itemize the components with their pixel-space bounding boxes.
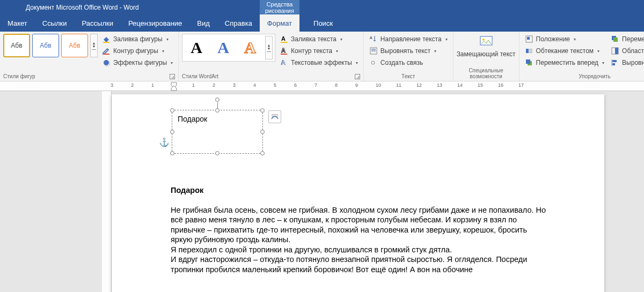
- resize-handle-w[interactable]: [170, 130, 174, 134]
- document-page[interactable]: ⚓ Подарок Подарок Не грибная была осень,…: [112, 94, 604, 292]
- svg-rect-26: [613, 38, 618, 42]
- chevron-down-icon: ▾: [166, 37, 169, 42]
- tab-mailings[interactable]: Рассылки: [75, 14, 121, 32]
- ribbon-tabs: Макет Ссылки Рассылки Рецензирование Вид…: [0, 14, 644, 32]
- shape-style-2[interactable]: Абв: [32, 34, 59, 57]
- shape-styles-more[interactable]: ▴▾: [90, 34, 98, 57]
- bring-forward-button[interactable]: Переместить вперед▾: [523, 57, 606, 68]
- tab-view[interactable]: Вид: [189, 14, 217, 32]
- group-text: A Направление текста▾ Выровнять текст▾ С…: [364, 32, 453, 81]
- shape-style-3[interactable]: Абв: [61, 34, 88, 57]
- selection-pane-button[interactable]: Область выде: [609, 46, 644, 56]
- layout-options-icon: [270, 113, 279, 121]
- align-text-icon: [369, 47, 378, 55]
- svg-text:A: A: [281, 35, 286, 42]
- svg-rect-8: [281, 54, 287, 55]
- dialog-launcher-shape-styles[interactable]: [170, 74, 175, 79]
- text-effects-button[interactable]: AA Текстовые эффекты▾: [277, 57, 360, 68]
- window-title: Документ Microsoft Office Word - Word: [26, 4, 139, 11]
- text-direction-button[interactable]: A Направление текста▾: [367, 34, 450, 44]
- group-label-wordart: Стили WordArt: [182, 73, 218, 79]
- tab-help[interactable]: Справка: [217, 14, 260, 32]
- alt-text-button[interactable]: Замещающий текст: [457, 34, 516, 58]
- align-objects-button[interactable]: Выровнять▾: [609, 57, 644, 68]
- document-body[interactable]: Подарок Не грибная была осень, совсем не…: [171, 185, 546, 274]
- text-direction-icon: A: [369, 35, 378, 43]
- send-backward-button[interactable]: Переместить: [609, 34, 644, 44]
- chevron-down-icon: ▾: [434, 49, 436, 54]
- group-arrange: Положение▾ Обтекание текстом▾ Переместит…: [519, 32, 644, 81]
- svg-rect-31: [612, 63, 615, 65]
- resize-handle-n[interactable]: [215, 108, 219, 113]
- tab-format[interactable]: Средства рисования Формат: [260, 14, 299, 32]
- shape-effects-button[interactable]: Эффекты фигуры▾: [100, 57, 175, 68]
- shape-style-1[interactable]: Абв: [3, 34, 30, 57]
- wordart-more[interactable]: ▴▾: [265, 36, 273, 59]
- svg-point-16: [482, 39, 485, 41]
- bring-forward-icon: [525, 58, 533, 67]
- dialog-launcher-wordart[interactable]: [355, 74, 360, 79]
- svg-text:A: A: [282, 59, 287, 67]
- doc-paragraph-2[interactable]: Я переходил с одной тропинки на другую, …: [171, 245, 546, 255]
- tab-layout[interactable]: Макет: [0, 14, 35, 32]
- svg-rect-30: [612, 60, 617, 62]
- doc-paragraph-3[interactable]: И вдруг насторожился – откуда-то потянул…: [171, 254, 546, 274]
- text-outline-icon: A: [280, 47, 288, 55]
- wrap-text-button[interactable]: Обтекание текстом▾: [523, 46, 606, 56]
- group-accessibility: Замещающий текст Специальные возможности: [453, 32, 519, 81]
- title-bar: Документ Microsoft Office Word - Word: [0, 0, 644, 14]
- paint-bucket-icon: [102, 35, 111, 43]
- chevron-down-icon: ▾: [574, 37, 576, 42]
- svg-rect-24: [526, 59, 530, 64]
- text-box-content[interactable]: Подарок: [172, 110, 262, 128]
- group-label-arrange: Упорядочить: [523, 72, 644, 81]
- svg-rect-1: [103, 42, 109, 43]
- position-icon: [525, 35, 533, 43]
- horizontal-ruler[interactable]: [0, 81, 644, 91]
- document-canvas[interactable]: ⚓ Подарок Подарок Не грибная была осень,…: [0, 81, 644, 292]
- position-button[interactable]: Положение▾: [523, 34, 606, 44]
- ribbon: Абв Абв Абв ▴▾ Заливка фигуры▾ Контур фи…: [0, 32, 644, 81]
- hanging-indent-marker[interactable]: [171, 86, 177, 91]
- svg-rect-28: [615, 48, 618, 54]
- anchor-icon[interactable]: ⚓: [159, 137, 170, 147]
- layout-options-button[interactable]: [268, 110, 281, 123]
- resize-handle-e[interactable]: [260, 130, 265, 134]
- tab-review[interactable]: Рецензирование: [121, 14, 189, 32]
- rotate-handle[interactable]: [215, 98, 219, 102]
- text-outline-button[interactable]: A Контур текста▾: [277, 46, 360, 56]
- chevron-down-icon: ▾: [340, 37, 342, 42]
- align-objects-icon: [611, 58, 619, 67]
- chevron-down-icon: ▾: [171, 61, 173, 65]
- chevron-down-icon: ▾: [597, 49, 599, 54]
- link-icon: [369, 58, 378, 67]
- group-label-text: Текст: [367, 72, 450, 81]
- wordart-gallery[interactable]: A A A ▴▾: [182, 34, 275, 62]
- chevron-down-icon: ▾: [445, 37, 448, 42]
- doc-heading[interactable]: Подарок: [171, 185, 546, 196]
- chevron-down-icon: ▾: [602, 61, 604, 65]
- doc-paragraph-1[interactable]: Не грибная была осень, совсем не грибная…: [171, 205, 546, 245]
- selection-pane-icon: [611, 47, 619, 55]
- text-box[interactable]: Подарок: [172, 110, 263, 154]
- tell-me-search[interactable]: Поиск: [303, 14, 340, 32]
- shape-fill-button[interactable]: Заливка фигуры▾: [100, 34, 175, 44]
- text-fill-button[interactable]: A Заливка текста▾: [277, 34, 360, 44]
- align-text-button[interactable]: Выровнять текст▾: [367, 46, 450, 56]
- resize-handle-nw[interactable]: [170, 108, 174, 113]
- create-link-button[interactable]: Создать связь: [367, 57, 450, 68]
- resize-handle-sw[interactable]: [170, 151, 174, 155]
- resize-handle-se[interactable]: [260, 151, 265, 155]
- chevron-down-icon: ▾: [162, 49, 164, 54]
- resize-handle-ne[interactable]: [260, 108, 265, 113]
- contextual-tab-label: Средства рисования: [260, 0, 299, 14]
- vertical-ruler[interactable]: [102, 91, 112, 292]
- text-fill-icon: A: [280, 35, 288, 43]
- shape-outline-button[interactable]: Контур фигуры▾: [100, 46, 175, 56]
- svg-rect-19: [526, 49, 529, 53]
- tab-references[interactable]: Ссылки: [35, 14, 75, 32]
- svg-text:A: A: [281, 47, 286, 54]
- effects-icon: [102, 58, 111, 67]
- send-backward-icon: [611, 35, 619, 43]
- resize-handle-s[interactable]: [215, 151, 219, 155]
